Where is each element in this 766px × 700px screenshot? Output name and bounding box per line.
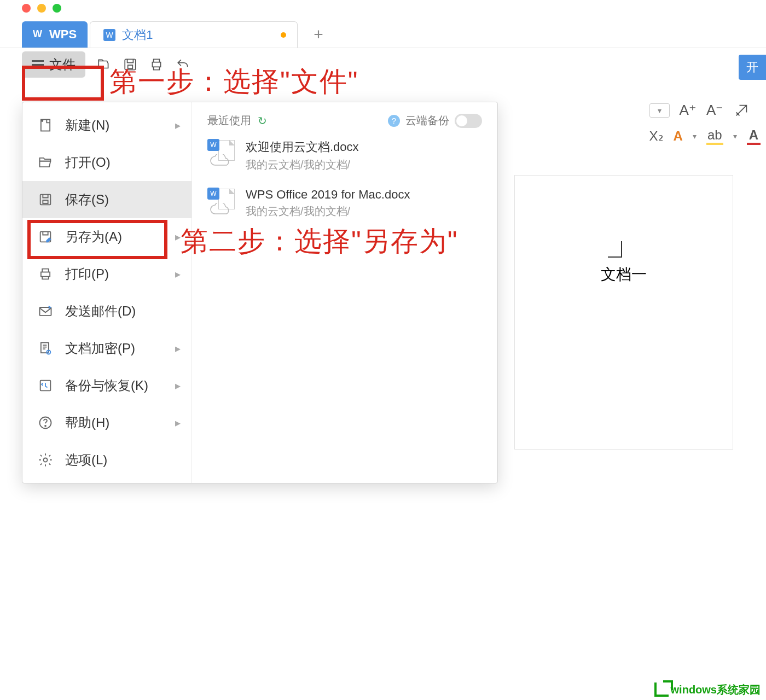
document-tab-label: 文档1 xyxy=(122,27,153,43)
file-menu-recent-panel: 最近使用 ↻ ? 云端备份 W欢迎使用云文档.docx我的云文档/我的文档/WW… xyxy=(192,102,497,483)
annotation-box-step1 xyxy=(22,66,104,101)
recent-file-item[interactable]: WWPS Office 2019 for Mac.docx我的云文档/我的文档/ xyxy=(207,188,482,219)
recent-file-path: 我的云文档/我的文档/ xyxy=(246,158,359,172)
maximize-window-button[interactable] xyxy=(53,4,61,13)
font-color-button[interactable]: A xyxy=(747,127,761,145)
save-icon xyxy=(37,191,54,208)
annotation-text-step2: 第二步：选择"另存为" xyxy=(181,223,459,260)
file-menu-item-label: 选项(L) xyxy=(65,451,107,469)
titlebar xyxy=(0,0,766,16)
file-menu-item-save[interactable]: 保存(S) xyxy=(22,181,192,218)
file-menu-item-label: 文档加密(P) xyxy=(65,340,135,357)
increase-font-button[interactable]: A⁺ xyxy=(680,102,697,119)
file-menu-item-label: 帮助(H) xyxy=(65,414,109,431)
watermark: windows系统家园 xyxy=(654,682,761,697)
text-cursor-icon xyxy=(608,241,622,258)
chevron-right-icon: ▸ xyxy=(175,342,181,355)
document-canvas[interactable]: 文档一 xyxy=(514,175,733,450)
svg-point-4 xyxy=(42,120,43,121)
annotation-text-step1: 第一步：选择"文件" xyxy=(109,63,359,100)
wps-home-tab[interactable]: WPS xyxy=(22,21,88,48)
file-menu-item-encrypt[interactable]: 文档加密(P)▸ xyxy=(22,330,192,367)
subscript-button[interactable]: X₂ xyxy=(649,129,664,144)
file-menu-item-label: 备份与恢复(K) xyxy=(65,377,148,394)
close-window-button[interactable] xyxy=(22,4,31,13)
file-menu-item-label: 保存(S) xyxy=(65,191,109,208)
new-tab-button[interactable]: + xyxy=(305,21,332,48)
chevron-down-icon: ▾ xyxy=(733,132,737,141)
file-thumb-icon: W xyxy=(207,188,237,217)
chevron-right-icon: ▸ xyxy=(175,379,181,392)
file-menu-item-options[interactable]: 选项(L) xyxy=(22,441,192,479)
file-dropdown-menu: 新建(N)▸打开(O)保存(S)另存为(A)▸打印(P)▸发送邮件(D)文档加密… xyxy=(22,102,498,483)
file-menu-list: 新建(N)▸打开(O)保存(S)另存为(A)▸打印(P)▸发送邮件(D)文档加密… xyxy=(22,102,192,483)
chevron-down-icon: ▾ xyxy=(693,132,697,141)
file-menu-item-label: 发送邮件(D) xyxy=(65,302,136,320)
refresh-icon[interactable]: ↻ xyxy=(258,114,267,127)
file-menu-item-backup[interactable]: 备份与恢复(K)▸ xyxy=(22,367,192,404)
unsaved-indicator-icon xyxy=(281,32,286,38)
wps-logo-icon xyxy=(33,28,45,40)
print-icon xyxy=(37,265,54,283)
recent-label: 最近使用 xyxy=(207,113,251,128)
text-effects-button[interactable]: A xyxy=(674,129,683,144)
wps-tab-label: WPS xyxy=(49,27,77,42)
file-menu-item-label: 打开(O) xyxy=(65,154,111,171)
file-menu-item-print[interactable]: 打印(P)▸ xyxy=(22,255,192,293)
clear-format-icon[interactable] xyxy=(733,102,750,119)
help-icon xyxy=(37,414,54,431)
ribbon-font-group: ▾ A⁺ A⁻ X₂ A▾ ab▾ A xyxy=(649,102,766,145)
highlight-button[interactable]: ab xyxy=(706,127,723,145)
file-menu-item-label: 新建(N) xyxy=(65,116,109,134)
cloud-backup-label: 云端备份 xyxy=(405,113,449,128)
svg-rect-8 xyxy=(41,272,50,277)
open-icon xyxy=(37,154,54,171)
backup-icon xyxy=(37,377,54,394)
svg-point-15 xyxy=(44,458,48,462)
chevron-down-icon: ▾ xyxy=(658,106,661,115)
mail-icon xyxy=(37,302,54,320)
recent-file-title: 欢迎使用云文档.docx xyxy=(246,139,359,155)
file-menu-item-open[interactable]: 打开(O) xyxy=(22,144,192,181)
start-ribbon-button[interactable]: 开 xyxy=(739,55,766,80)
document-icon: W xyxy=(103,29,115,41)
encrypt-icon xyxy=(37,340,54,357)
decrease-font-button[interactable]: A⁻ xyxy=(706,102,723,119)
recent-file-path: 我的云文档/我的文档/ xyxy=(246,204,410,219)
file-menu-item-label: 打印(P) xyxy=(65,265,109,283)
file-menu-item-new[interactable]: 新建(N)▸ xyxy=(22,107,192,144)
new-icon xyxy=(37,116,54,134)
document-tab[interactable]: W 文档1 xyxy=(90,21,298,48)
tab-strip: WPS W 文档1 + xyxy=(0,16,766,48)
recent-file-item[interactable]: W欢迎使用云文档.docx我的云文档/我的文档/ xyxy=(207,139,482,172)
svg-point-14 xyxy=(45,425,46,427)
watermark-logo-icon xyxy=(654,682,669,697)
annotation-box-step2 xyxy=(27,220,167,259)
chevron-right-icon: ▸ xyxy=(175,230,181,243)
document-body-text: 文档一 xyxy=(537,264,711,285)
recent-file-title: WPS Office 2019 for Mac.docx xyxy=(246,188,410,202)
recent-files-list: W欢迎使用云文档.docx我的云文档/我的文档/WWPS Office 2019… xyxy=(207,139,482,219)
file-menu-item-help[interactable]: 帮助(H)▸ xyxy=(22,404,192,441)
start-button-label: 开 xyxy=(746,60,758,74)
help-icon[interactable]: ? xyxy=(388,115,400,127)
chevron-right-icon: ▸ xyxy=(175,267,181,281)
app-window: WPS W 文档1 + 文件 开 ▾ xyxy=(0,0,766,700)
file-thumb-icon: W xyxy=(207,139,237,168)
file-menu-item-mail[interactable]: 发送邮件(D) xyxy=(22,293,192,330)
watermark-text: windows系统家园 xyxy=(671,684,761,695)
cloud-backup-toggle[interactable] xyxy=(455,114,482,128)
minimize-window-button[interactable] xyxy=(37,4,46,13)
chevron-right-icon: ▸ xyxy=(175,119,181,132)
font-family-dropdown[interactable]: ▾ xyxy=(649,103,670,118)
chevron-right-icon: ▸ xyxy=(175,416,181,429)
svg-rect-6 xyxy=(43,200,48,203)
options-icon xyxy=(37,451,54,469)
